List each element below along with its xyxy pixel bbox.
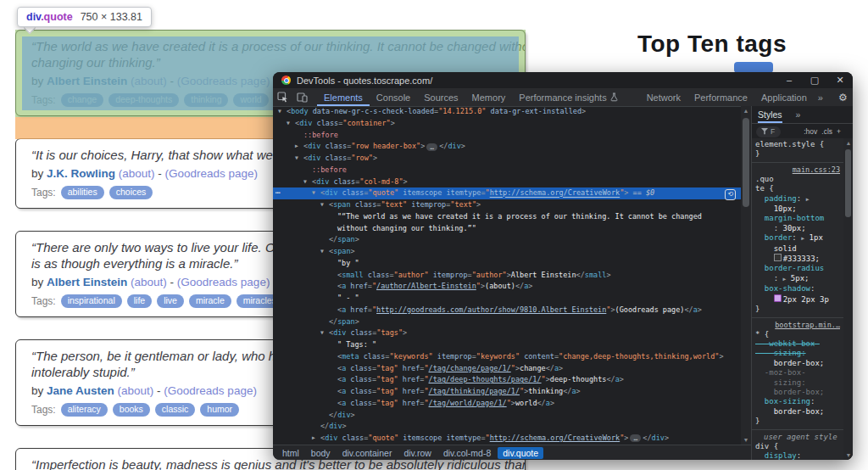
dom-tree-node[interactable]: ▶<div class="row header-box">…</div> [273,141,741,153]
gear-icon[interactable]: ⚙ [833,92,853,104]
elements-scrollbar[interactable]: ▲ ▼ [741,106,751,445]
breadcrumb-div-col-md-8[interactable]: div.col-md-8 [438,447,496,459]
styles-scroll-down-icon[interactable]: ▼ [843,452,853,458]
dom-tree-node[interactable]: without changing our thinking.”" [273,223,741,235]
dom-tree-node[interactable]: </div> [273,421,741,433]
tab-styles[interactable]: Styles [758,107,782,123]
dom-tree-node[interactable]: ▼<span> [273,246,741,258]
expand-arrow-icon[interactable]: ▼ [295,153,303,165]
tab-console[interactable]: Console [370,88,417,106]
tag-pill[interactable]: live [157,294,184,308]
style-declaration[interactable]: box-sizing: [755,397,842,406]
scroll-into-view-icon[interactable]: ⟲ [725,189,736,200]
dom-tree-node[interactable]: </div> [273,410,741,422]
dom-tree-node[interactable]: </span> [273,234,741,246]
expand-arrow-icon[interactable]: ▼ [303,176,312,188]
tab-elements[interactable]: Elements [317,88,370,106]
dom-tree-node[interactable]: <small class="author" itemprop="author">… [273,270,741,282]
devtools-titlebar[interactable]: DevTools - quotes.toscrape.com/ – ▢ ✕ [273,72,853,88]
goodreads-link[interactable]: (Goodreads page) [177,75,270,87]
scrollbar-thumb[interactable] [743,118,749,207]
tag-pill[interactable]: life [127,294,152,308]
style-declaration[interactable]: } [755,149,842,159]
dom-tree-node[interactable]: " Tags: " [273,339,741,351]
style-declaration[interactable]: display: [755,451,842,460]
style-declaration[interactable]: #333333; [755,254,842,264]
tag-pill[interactable]: books [113,403,150,417]
breadcrumb-body[interactable]: body [306,447,336,459]
dom-tree-node[interactable]: <a class="tag" href="/tag/world/page/1/"… [273,398,741,410]
styles-scrollbar[interactable]: ▲ ▼ [843,138,853,460]
color-swatch-icon[interactable] [774,254,782,261]
dom-tree-node[interactable]: ▼<div class="tags"> [273,327,741,339]
style-declaration[interactable]: border-radius [755,264,842,273]
minimize-button[interactable]: – [776,72,802,88]
dom-tree-node[interactable]: "“The world as we have created it is a p… [273,211,741,223]
expand-arrow-icon[interactable]: ▼ [320,199,329,211]
goodreads-link[interactable]: (Goodreads page) [177,276,270,288]
style-declaration[interactable]: border-box; [755,359,842,368]
device-toolbar-icon[interactable] [292,88,312,106]
style-declaration[interactable]: * { [755,330,842,339]
style-declaration[interactable]: } [755,305,842,314]
dom-tree-node[interactable]: ▼<div class="col-md-8"> [273,176,741,188]
styles-filter-input[interactable]: F [756,126,781,137]
style-declaration[interactable]: -webkit-box- [755,339,842,349]
style-declaration[interactable]: 10px; [755,204,842,214]
dom-tree-node[interactable]: <a class="tag" href="/tag/thinking/page/… [273,386,741,398]
goodreads-link[interactable]: (Goodreads page) [165,167,259,180]
breadcrumb-div-quote[interactable]: div.quote [498,447,543,459]
style-declaration[interactable]: solid [755,244,842,254]
scroll-up-icon[interactable]: ▲ [741,108,751,114]
expand-arrow-icon[interactable]: ▼ [320,327,329,339]
breadcrumb-div-row[interactable]: div.row [398,447,436,459]
style-declaration[interactable]: : 30px; [755,224,842,233]
about-link[interactable]: (about) [127,276,167,288]
dom-tree-node[interactable]: <a class="tag" href="/tag/change/page/1/… [273,363,741,375]
tab-performance[interactable]: Performance [687,88,754,106]
style-declaration[interactable]: : ▶ 5px; [755,274,842,284]
style-declaration[interactable]: div { [755,442,842,451]
tab-performance-insights[interactable]: Performance insights [512,88,624,106]
styles-more-chevron[interactable]: » [796,109,801,120]
expand-arrow-icon[interactable]: ▼ [312,187,320,199]
dom-tree-node[interactable]: ▼<span class="text" itemprop="text"> [273,199,741,211]
dom-tree-node[interactable]: <a href="/author/Albert-Einstein">(about… [273,281,741,293]
tag-pill[interactable]: inspirational [61,294,122,308]
style-declaration[interactable]: border-box; [755,407,842,417]
styles-scrollbar-thumb[interactable] [845,149,851,217]
node-menu-dots[interactable]: ⋯ [275,187,280,199]
style-declaration[interactable]: 2px 2px 3p [755,294,842,305]
dom-tree-node[interactable]: ::before [273,165,741,176]
tag-pill[interactable]: miracle [189,294,231,308]
dom-tree-node[interactable]: " - " [273,293,741,305]
breadcrumb-html[interactable]: html [277,447,304,459]
close-button[interactable]: ✕ [827,72,853,88]
styles-scroll-up-icon[interactable]: ▲ [843,140,853,146]
style-declaration[interactable]: } [755,417,842,426]
style-declaration[interactable]: padding: ▶ [755,194,842,204]
dom-tree-node[interactable]: ▶<div class="quote" itemscope itemtype="… [273,433,741,445]
tag-pill[interactable]: deep-thoughts [108,93,179,107]
stylesheet-link[interactable]: bootstrap.min.… [755,320,842,330]
dom-tree-node[interactable]: ▼<div class="row"> [273,153,741,165]
dom-tree-node[interactable]: ▼<body data-new-gr-c-s-check-loaded="14.… [273,106,741,118]
goodreads-link[interactable]: (Goodreads page) [164,384,257,397]
dom-tree-node[interactable]: </span> [273,316,741,328]
tab-sources[interactable]: Sources [417,88,465,106]
style-declaration[interactable]: margin-bottom [755,214,842,223]
add-rule-button[interactable]: + [837,127,841,136]
dom-tree-node[interactable]: ▼<div class="container"> [273,118,741,130]
toggle-hov[interactable]: :hov [804,127,817,136]
more-tabs-chevron[interactable]: » [814,88,827,106]
about-link[interactable]: (about) [127,75,167,87]
breadcrumb-div-container[interactable]: div.container [337,447,398,459]
shadow-swatch-icon[interactable] [774,294,782,302]
style-declaration[interactable]: border-box; [755,388,842,397]
expand-arrow-icon[interactable]: ▼ [287,118,295,130]
about-link[interactable]: (about) [115,167,155,180]
tag-pill[interactable]: aliteracy [61,403,108,417]
style-declaration[interactable]: -moz-box- [755,368,842,378]
expand-arrow-icon[interactable]: ▶ [295,141,303,153]
tag-pill[interactable]: choices [109,186,153,199]
